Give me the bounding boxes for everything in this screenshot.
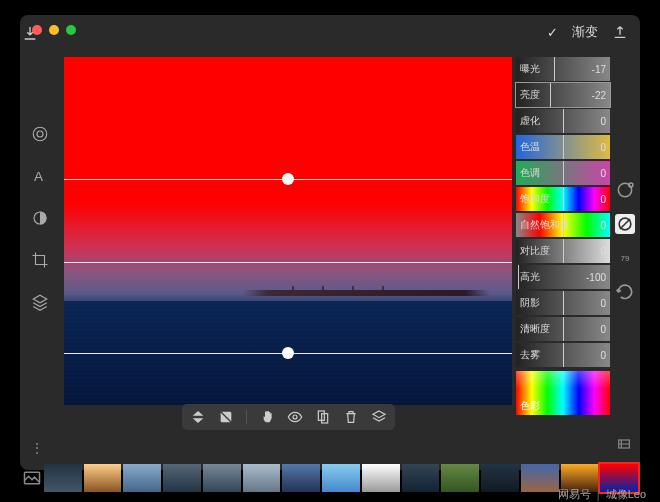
adjust-icon[interactable] <box>31 125 49 143</box>
slider-label: 自然饱和度 <box>520 218 570 232</box>
slider-label: 去雾 <box>520 348 540 362</box>
more-menu-icon[interactable]: ⋮ <box>30 440 44 456</box>
slider-value: 0 <box>600 246 606 257</box>
filmstrip-thumb[interactable] <box>322 464 360 492</box>
slider-label: 对比度 <box>520 244 550 258</box>
slider-value: 0 <box>600 194 606 205</box>
visibility-icon[interactable] <box>287 409 303 425</box>
color-picker-label: 色彩 <box>520 399 540 413</box>
library-icon[interactable] <box>22 468 42 491</box>
slider-row[interactable]: 曝光-17 <box>516 57 610 81</box>
slider-row[interactable]: 亮度-22 <box>516 83 610 107</box>
delete-icon[interactable] <box>343 409 359 425</box>
slider-thumb[interactable] <box>563 291 564 315</box>
text-icon[interactable]: A <box>31 167 49 185</box>
top-bar: ✓ 渐变 <box>547 23 628 41</box>
slider-label: 虚化 <box>520 114 540 128</box>
filmstrip-thumb[interactable] <box>481 464 519 492</box>
brush-icon[interactable] <box>31 209 49 227</box>
color-picker[interactable]: 色彩 <box>516 371 610 415</box>
gradient-handle-bottom[interactable] <box>282 347 294 359</box>
import-icon[interactable] <box>22 25 38 41</box>
right-toolbar: 79 <box>614 180 636 302</box>
filmstrip-thumb[interactable] <box>163 464 201 492</box>
layers-icon[interactable] <box>31 293 49 311</box>
slider-value: 0 <box>600 350 606 361</box>
filmstrip-thumb[interactable] <box>441 464 479 492</box>
gradient-handle-top[interactable] <box>282 173 294 185</box>
slider-thumb[interactable] <box>563 109 564 133</box>
filmstrip-thumb[interactable] <box>123 464 161 492</box>
slider-value: 0 <box>600 142 606 153</box>
apply-checkmark[interactable]: ✓ <box>547 25 558 40</box>
filmstrip-thumb[interactable] <box>44 464 82 492</box>
watermark: 网易号 | 城像Leo <box>558 487 646 502</box>
filmstrip-thumb[interactable] <box>521 464 559 492</box>
invert-icon[interactable] <box>218 409 234 425</box>
slider-thumb[interactable] <box>563 135 564 159</box>
slider-row[interactable]: 饱和度0 <box>516 187 610 211</box>
slider-value: 0 <box>600 220 606 231</box>
export-icon[interactable] <box>612 24 628 40</box>
slider-thumb[interactable] <box>563 161 564 185</box>
slider-value: 0 <box>600 324 606 335</box>
svg-point-4 <box>618 183 631 196</box>
slider-thumb[interactable] <box>563 317 564 341</box>
image-canvas[interactable] <box>64 57 512 405</box>
stack-icon[interactable] <box>371 409 387 425</box>
slider-row[interactable]: 色调0 <box>516 161 610 185</box>
slider-thumb[interactable] <box>563 239 564 263</box>
slider-thumb[interactable] <box>518 265 519 289</box>
canvas-tools <box>182 404 395 430</box>
slider-label: 色调 <box>520 166 540 180</box>
slider-row[interactable]: 去雾0 <box>516 343 610 367</box>
filmstrip-thumb[interactable] <box>282 464 320 492</box>
history-icon[interactable] <box>615 180 635 200</box>
slider-row[interactable]: 清晰度0 <box>516 317 610 341</box>
pan-icon[interactable] <box>259 409 275 425</box>
zoom-window-button[interactable] <box>66 25 76 35</box>
app-window: ✓ 渐变 A 曝光-17亮度-22虚化0色温0色调0饱和度0自然饱和度0对比度0… <box>20 15 640 470</box>
slider-row[interactable]: 自然饱和度0 <box>516 213 610 237</box>
slider-value: -17 <box>592 64 606 75</box>
slider-row[interactable]: 色温0 <box>516 135 610 159</box>
slider-row[interactable]: 高光-100 <box>516 265 610 289</box>
adjustment-panel: 曝光-17亮度-22虚化0色温0色调0饱和度0自然饱和度0对比度0高光-100阴… <box>516 57 610 415</box>
mirror-vertical-icon[interactable] <box>190 409 206 425</box>
svg-point-0 <box>33 127 47 141</box>
slider-label: 阴影 <box>520 296 540 310</box>
filmstrip <box>22 464 638 494</box>
slider-thumb[interactable] <box>554 57 555 81</box>
slider-label: 清晰度 <box>520 322 550 336</box>
slider-row[interactable]: 对比度0 <box>516 239 610 263</box>
slider-value: 0 <box>600 116 606 127</box>
svg-point-1 <box>37 131 43 137</box>
svg-text:A: A <box>34 169 43 184</box>
filmstrip-thumb[interactable] <box>203 464 241 492</box>
crop-icon[interactable] <box>31 251 49 269</box>
gradient-line-mid[interactable] <box>64 262 512 263</box>
undo-icon[interactable] <box>615 282 635 302</box>
slider-label: 饱和度 <box>520 192 550 206</box>
mask-tool-icon[interactable] <box>615 214 635 234</box>
slider-value: -100 <box>586 272 606 283</box>
filmstrip-thumb[interactable] <box>362 464 400 492</box>
slider-value: 0 <box>600 298 606 309</box>
slider-row[interactable]: 阴影0 <box>516 291 610 315</box>
filmstrip-thumb[interactable] <box>243 464 281 492</box>
slider-value: -22 <box>592 90 606 101</box>
slider-thumb[interactable] <box>550 83 551 107</box>
filmstrip-thumb[interactable] <box>84 464 122 492</box>
aspect-icon[interactable] <box>616 436 632 456</box>
watermark-divider: | <box>597 489 600 501</box>
slider-row[interactable]: 虚化0 <box>516 109 610 133</box>
slider-label: 色温 <box>520 140 540 154</box>
filmstrip-thumb[interactable] <box>402 464 440 492</box>
mode-label[interactable]: 渐变 <box>572 23 598 41</box>
slider-thumb[interactable] <box>563 343 564 367</box>
minimize-window-button[interactable] <box>49 25 59 35</box>
slider-thumb[interactable] <box>563 187 564 211</box>
duplicate-icon[interactable] <box>315 409 331 425</box>
preset-count-badge[interactable]: 79 <box>615 248 635 268</box>
canvas-jetty <box>243 290 489 296</box>
